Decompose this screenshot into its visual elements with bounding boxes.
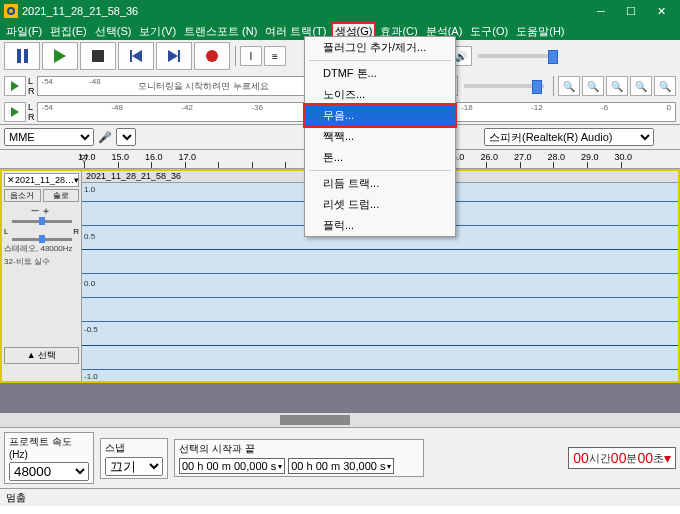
speaker-select[interactable]: 스피커(Realtek(R) Audio) xyxy=(484,128,654,146)
window-title: 2021_11_28_21_58_36 xyxy=(22,5,586,17)
zoom-fit-button[interactable]: 🔍 xyxy=(606,76,628,96)
record-volume-slider[interactable] xyxy=(464,84,544,88)
close-button[interactable]: ✕ xyxy=(646,0,676,22)
menu-transport[interactable]: 트랜스포트 (N) xyxy=(180,22,261,40)
mic-device-icon: 🎤 xyxy=(98,131,112,144)
selection-start-field[interactable]: 00 h 00 m 00,000 s▾ xyxy=(179,458,285,474)
tool-envelope[interactable]: ≡ xyxy=(264,46,286,66)
dropdown-item[interactable]: 무음... xyxy=(305,105,455,126)
play-button[interactable] xyxy=(42,42,78,70)
empty-track-area xyxy=(0,383,680,413)
solo-button[interactable]: 솔로 xyxy=(43,189,80,202)
separator xyxy=(550,72,556,100)
zoom-in-button[interactable]: 🔍 xyxy=(558,76,580,96)
dropdown-item[interactable]: 리듬 트랙... xyxy=(305,173,455,194)
selection-toolbar: 프로젝트 속도 (Hz) 48000 스냅 끄기 선택의 시작과 끝 00 h … xyxy=(0,427,680,488)
maximize-button[interactable]: ☐ xyxy=(616,0,646,22)
play-meter-play-icon-2[interactable] xyxy=(4,102,26,122)
meter-label-l2: LR xyxy=(28,102,35,122)
menu-edit[interactable]: 편집(E) xyxy=(46,22,91,40)
skip-end-button[interactable] xyxy=(156,42,192,70)
track-select-button[interactable]: ▲ 선택 xyxy=(4,347,79,364)
play-meter-play-icon[interactable] xyxy=(4,76,26,96)
menu-select[interactable]: 선택(S) xyxy=(91,22,136,40)
host-select[interactable]: MME xyxy=(4,128,94,146)
audio-position-display[interactable]: 00 시간 00 분 00 초▾ xyxy=(568,447,676,469)
selection-label: 선택의 시작과 끝 xyxy=(179,442,419,456)
menu-tools[interactable]: 도구(O) xyxy=(466,22,512,40)
minimize-button[interactable]: ─ xyxy=(586,0,616,22)
track-format: 스테레오, 48000Hz xyxy=(4,243,79,254)
status-bar: 멈춤 xyxy=(0,488,680,506)
horizontal-scrollbar[interactable] xyxy=(0,413,680,427)
zoom-sel-button[interactable]: 🔍 xyxy=(630,76,652,96)
dropdown-item[interactable]: 플럭... xyxy=(305,215,455,236)
track-bits: 32-비트 실수 xyxy=(4,256,79,267)
pan-slider[interactable] xyxy=(12,238,72,241)
dropdown-item[interactable]: 리셋 드럼... xyxy=(305,194,455,215)
meter-label-l: LR xyxy=(28,76,35,96)
svg-point-1 xyxy=(9,9,13,13)
separator xyxy=(232,42,238,70)
app-icon xyxy=(4,4,18,18)
track-control-panel[interactable]: ✕ 2021_11_28… ▾ 음소거 솔로 ─ ＋ LR 스테레오, 4800… xyxy=(2,171,82,381)
menu-help[interactable]: 도움말(H) xyxy=(512,22,568,40)
mic-select[interactable] xyxy=(116,128,136,146)
menu-view[interactable]: 보기(V) xyxy=(135,22,180,40)
track-name-dropdown[interactable]: ✕ 2021_11_28… ▾ xyxy=(4,173,79,187)
zoom-out-button[interactable]: 🔍 xyxy=(582,76,604,96)
generate-dropdown: 플러그인 추가/제거...DTMF 톤...노이즈...무음...짹짹...톤.… xyxy=(304,36,456,237)
dropdown-item[interactable]: 노이즈... xyxy=(305,84,455,105)
titlebar: 2021_11_28_21_58_36 ─ ☐ ✕ xyxy=(0,0,680,22)
mute-button[interactable]: 음소거 xyxy=(4,189,41,202)
tool-selection[interactable]: I xyxy=(240,46,262,66)
project-rate-select[interactable]: 48000 xyxy=(9,462,89,481)
stop-button[interactable] xyxy=(80,42,116,70)
record-button[interactable] xyxy=(194,42,230,70)
dropdown-item[interactable]: 톤... xyxy=(305,147,455,168)
dropdown-item[interactable]: 플러그인 추가/제거... xyxy=(305,37,455,58)
dropdown-item[interactable]: DTMF 톤... xyxy=(305,63,455,84)
gain-slider[interactable] xyxy=(12,220,72,223)
project-rate-label: 프로젝트 속도 (Hz) xyxy=(9,435,89,460)
selection-end-field[interactable]: 00 h 00 m 30,000 s▾ xyxy=(288,458,394,474)
menu-file[interactable]: 파일(F) xyxy=(2,22,46,40)
snap-select[interactable]: 끄기 xyxy=(105,457,163,476)
skip-start-button[interactable] xyxy=(118,42,154,70)
dropdown-item[interactable]: 짹짹... xyxy=(305,126,455,147)
zoom-toggle-button[interactable]: 🔍 xyxy=(654,76,676,96)
snap-label: 스냅 xyxy=(105,441,163,455)
playback-volume-slider[interactable] xyxy=(478,54,558,58)
pause-button[interactable] xyxy=(4,42,40,70)
